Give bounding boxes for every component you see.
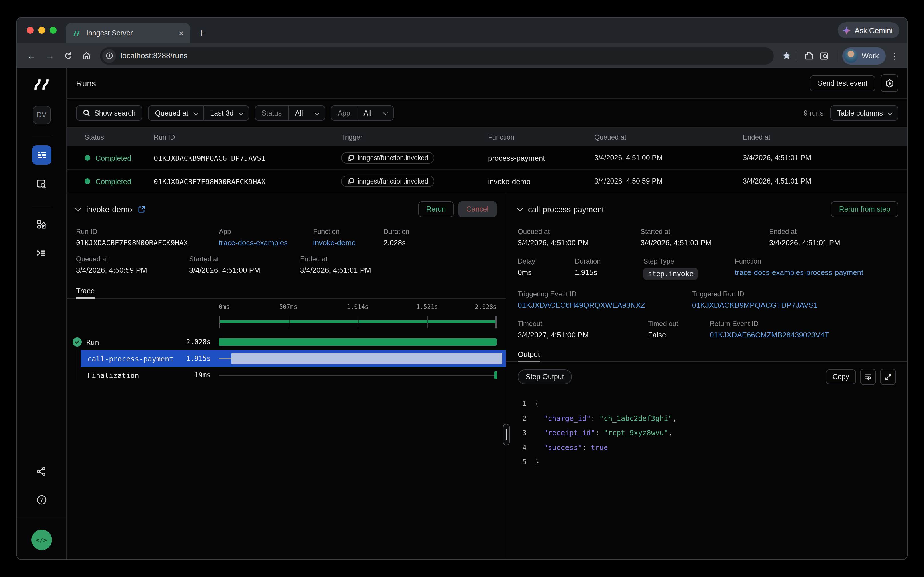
field-label: Function xyxy=(735,257,898,265)
reload-icon[interactable] xyxy=(60,52,76,60)
collapse-chevron-icon[interactable] xyxy=(517,205,524,211)
line-content: { xyxy=(535,396,539,411)
help-button[interactable]: ? xyxy=(32,490,51,509)
chevron-down-icon xyxy=(315,110,320,115)
share-button[interactable] xyxy=(32,461,51,481)
wrap-text-icon xyxy=(864,373,872,381)
copy-button[interactable]: Copy xyxy=(826,369,856,384)
trigger-pill[interactable]: inngest/function.invoked xyxy=(341,152,435,164)
return-event-id-link[interactable]: 01KJXDAE66CMZMB28439023V4T xyxy=(710,330,898,339)
trace-row-finalization[interactable]: Finalization 19ms xyxy=(80,367,506,383)
step-output-toggle[interactable]: Step Output xyxy=(518,369,572,384)
trigger-pill[interactable]: inngest/function.invoked xyxy=(341,176,435,187)
gear-icon xyxy=(885,79,894,88)
cancel-button[interactable]: Cancel xyxy=(458,201,497,217)
rerun-from-step-button[interactable]: Rerun from step xyxy=(831,201,898,217)
home-icon[interactable] xyxy=(78,52,94,60)
status-filter-value: All xyxy=(295,109,303,117)
time-field-dropdown[interactable]: Queued at xyxy=(149,106,203,120)
dev-mode-button[interactable]: </> xyxy=(31,530,52,550)
column-header: Ended at xyxy=(743,133,908,141)
runs-count: 9 runs xyxy=(804,109,824,117)
function-link[interactable]: invoke-demo xyxy=(313,239,383,247)
tab-output[interactable]: Output xyxy=(518,347,540,361)
close-window-button[interactable] xyxy=(27,27,34,34)
queued-at-value: 3/4/2026, 4:51:00 PM xyxy=(518,239,641,247)
app-link[interactable]: trace-docs-examples xyxy=(219,239,313,247)
time-range-dropdown[interactable]: Last 3d xyxy=(203,106,248,120)
field-label: Queued at xyxy=(518,227,641,235)
app-filter-dropdown[interactable]: All xyxy=(357,106,394,120)
status-label: Completed xyxy=(95,153,132,162)
timed-out-value: False xyxy=(648,330,710,339)
window-controls[interactable] xyxy=(27,27,56,34)
settings-button[interactable] xyxy=(881,74,898,92)
started-at-value: 3/4/2026, 4:51:00 PM xyxy=(189,266,300,274)
tab-trace[interactable]: Trace xyxy=(76,284,95,298)
toolbar-divider xyxy=(837,51,837,61)
line-number: 4 xyxy=(522,440,535,455)
span-duration: 1.915s xyxy=(186,355,211,363)
wrap-text-button[interactable] xyxy=(860,369,876,385)
pane-resize-handle[interactable] xyxy=(503,424,510,445)
status-dot xyxy=(85,179,90,184)
sidebar-item-events[interactable] xyxy=(32,174,51,193)
show-search-button[interactable]: Show search xyxy=(76,105,143,121)
inngest-logo-icon xyxy=(32,76,51,93)
trace-row-run[interactable]: Run 2.028s xyxy=(67,334,506,350)
browser-menu-icon[interactable]: ⋮ xyxy=(888,51,901,61)
sidebar-item-queue[interactable] xyxy=(32,243,51,263)
minimize-window-button[interactable] xyxy=(38,27,45,34)
extensions-icon[interactable] xyxy=(804,51,814,61)
browser-profile-button[interactable]: Work xyxy=(842,47,886,64)
table-row[interactable]: Completed 01KJXDACKB9MPQACGTDP7JAVS1 inn… xyxy=(67,147,908,170)
bookmark-star-icon[interactable] xyxy=(782,51,791,61)
triggered-run-id-link[interactable]: 01KJXDACKB9MPQACGTDP7JAVS1 xyxy=(692,301,898,309)
code-line: 3 "receipt_id": "rcpt_9xyz8wvu", xyxy=(522,425,896,440)
gemini-star-icon xyxy=(842,26,850,35)
chevron-down-icon xyxy=(238,110,243,115)
browser-tab[interactable]: Inngest Server × xyxy=(66,23,190,44)
search-tabs-icon[interactable] xyxy=(820,51,830,60)
forward-icon[interactable]: → xyxy=(42,51,58,61)
field-label: Return Event ID xyxy=(710,320,898,328)
field-label: Duration xyxy=(383,227,497,235)
maximize-window-button[interactable] xyxy=(50,27,56,34)
apps-grid-icon xyxy=(36,219,47,230)
app-filter: App All xyxy=(331,105,394,121)
tab-close-icon[interactable]: × xyxy=(179,29,183,38)
url-bar[interactable]: localhost:8288/runs xyxy=(100,47,774,64)
workspace-badge[interactable]: DV xyxy=(32,106,51,124)
inngest-favicon-icon xyxy=(72,29,81,37)
sidebar-item-runs[interactable] xyxy=(32,145,51,165)
step-function-link[interactable]: trace-docs-examples-process-payment xyxy=(735,268,898,277)
output-code-block[interactable]: 1{2 "charge_id": "ch_1abc2def3ghi",3 "re… xyxy=(506,385,908,469)
step-type-chip: step.invoke xyxy=(643,268,698,280)
back-icon[interactable]: ← xyxy=(23,51,39,61)
expand-button[interactable] xyxy=(880,369,896,385)
trace-row-step[interactable]: call-process-payment 1.915s xyxy=(80,350,506,367)
trace-tabs: Trace xyxy=(67,284,506,298)
run-id-value: 01KJXDACBF7E98M00RAFCK9HAX xyxy=(76,239,219,247)
table-row[interactable]: Completed 01KJXDACBF7E98M00RAFCK9HAX inn… xyxy=(67,170,908,193)
ended-at-cell: 3/4/2026, 4:51:01 PM xyxy=(743,154,908,162)
collapse-chevron-icon[interactable] xyxy=(75,205,82,211)
open-external-icon[interactable] xyxy=(138,205,146,213)
queued-at-value: 3/4/2026, 4:50:59 PM xyxy=(76,266,189,274)
line-content: "receipt_id": "rcpt_9xyz8wvu", xyxy=(535,425,673,440)
triggering-event-id-link[interactable]: 01KJXDACEC6H49QRQXWEA93NXZ xyxy=(518,301,692,309)
ask-gemini-button[interactable]: Ask Gemini xyxy=(837,22,900,38)
status-filter-dropdown[interactable]: All xyxy=(288,106,325,120)
line-number: 1 xyxy=(522,396,535,411)
sidebar-item-apps[interactable] xyxy=(32,214,51,234)
sidebar-divider xyxy=(32,206,51,206)
new-tab-button[interactable]: + xyxy=(198,27,204,39)
table-columns-dropdown[interactable]: Table columns xyxy=(830,105,898,121)
field-label: Triggering Event ID xyxy=(518,290,692,298)
line-content: } xyxy=(535,455,539,469)
rerun-button[interactable]: Rerun xyxy=(418,201,454,217)
site-info-icon[interactable] xyxy=(102,49,116,63)
column-header: Run ID xyxy=(154,133,341,141)
field-label: Timed out xyxy=(648,320,710,328)
send-test-event-button[interactable]: Send test event xyxy=(810,75,876,91)
